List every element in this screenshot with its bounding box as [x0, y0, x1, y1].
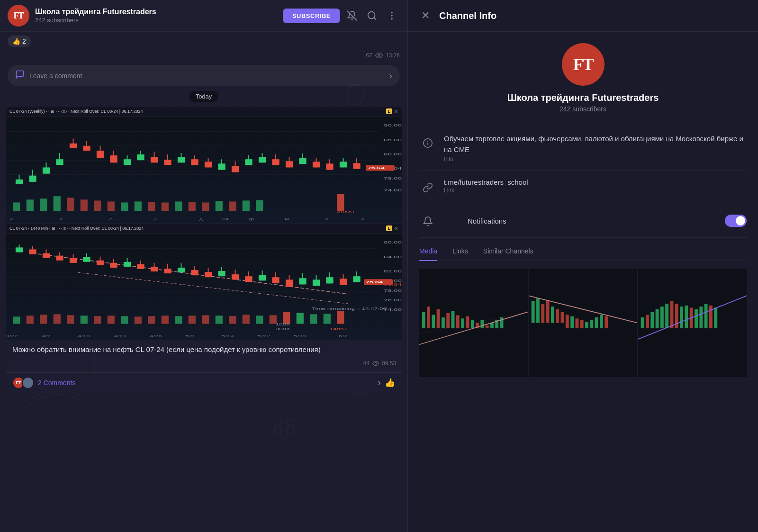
avatar-text-header: FT [13, 11, 23, 21]
media-grid [419, 269, 747, 377]
comment-bar[interactable]: Leave a comment › [8, 65, 400, 86]
tabs-row: Media Links Similar Channels [419, 242, 747, 261]
media-thumb-1[interactable] [419, 269, 528, 377]
svg-rect-66 [178, 157, 185, 162]
close-panel-button[interactable]: ✕ [419, 8, 432, 24]
svg-rect-97 [40, 198, 47, 211]
svg-rect-243 [442, 317, 445, 328]
channel-link[interactable]: t.me/futurestraders_school [444, 178, 747, 186]
tab-media[interactable]: Media [419, 242, 437, 261]
svg-rect-247 [461, 318, 464, 328]
chart-weekly[interactable]: CL 07-24 (Weekly) · · ⊞ · · ◁▷ · Next Ro… [6, 107, 402, 223]
svg-rect-80 [272, 159, 279, 165]
date-badge: Today [189, 91, 219, 102]
like-button[interactable]: 👍 [385, 378, 395, 388]
svg-rect-252 [486, 325, 489, 328]
media-thumb-3-chart [638, 269, 747, 377]
svg-text:с: с [60, 217, 63, 221]
svg-rect-202 [94, 316, 101, 324]
svg-rect-253 [490, 323, 494, 328]
search-button[interactable] [364, 8, 380, 24]
svg-rect-289 [714, 307, 717, 328]
svg-line-290 [638, 296, 747, 339]
svg-rect-144 [29, 249, 36, 254]
eye-icon2 [372, 360, 379, 367]
svg-rect-260 [546, 300, 550, 323]
svg-rect-263 [561, 312, 564, 323]
svg-rect-219 [324, 314, 331, 324]
svg-text:ф: ф [249, 217, 254, 221]
chart2-svg: 86.00 84.00 82.00 80.00 78.00 76.00 74.0… [6, 234, 402, 340]
svg-rect-257 [532, 301, 535, 323]
svg-rect-186 [313, 280, 320, 286]
view-count2: 44 [363, 360, 370, 367]
notifications-label: Notifications [468, 217, 725, 225]
media-thumb-1-chart [419, 269, 528, 377]
svg-rect-245 [451, 311, 455, 328]
svg-rect-264 [566, 315, 569, 328]
header-actions: SUBSCRIBE [283, 8, 400, 24]
svg-rect-197 [27, 316, 34, 324]
svg-rect-95 [13, 202, 20, 211]
chart1-close: ✕ [394, 109, 398, 114]
svg-rect-192 [353, 276, 360, 282]
tab-links[interactable]: Links [452, 242, 468, 261]
svg-rect-240 [427, 307, 430, 328]
svg-rect-262 [556, 309, 559, 323]
comments-footer[interactable]: FT 2 Comments › 👍 [6, 372, 402, 393]
svg-line-25 [374, 18, 376, 19]
subscribe-button[interactable]: SUBSCRIBE [283, 9, 340, 23]
message-time2: 09:53 [382, 360, 396, 367]
svg-rect-84 [299, 158, 306, 164]
chevron-right-icon2: › [378, 377, 381, 389]
svg-rect-248 [466, 316, 469, 328]
feed: 👍 2 67 13:26 Leave a comment › [0, 32, 407, 532]
svg-rect-109 [202, 202, 209, 211]
svg-text:86.00: 86.00 [384, 240, 402, 244]
svg-rect-160 [137, 264, 144, 269]
svg-rect-164 [164, 269, 171, 273]
svg-rect-288 [709, 306, 713, 328]
svg-rect-99 [67, 198, 74, 211]
chart2-label-l: L [386, 225, 393, 231]
svg-rect-246 [456, 315, 460, 328]
svg-rect-98 [54, 196, 61, 211]
header-info: Школа трейдинга Futurestraders 242 subsc… [35, 8, 277, 24]
svg-rect-103 [121, 202, 128, 211]
profile-section: FT Школа трейдинга Futurestraders 242 su… [419, 43, 747, 113]
media-thumb-3[interactable] [638, 269, 747, 377]
svg-rect-203 [108, 316, 115, 324]
svg-rect-266 [575, 318, 578, 328]
message-card: CL 07-24 (Weekly) · · ⊞ · · ◁▷ · Next Ro… [6, 107, 402, 393]
svg-rect-210 [202, 315, 209, 324]
profile-subscribers: 242 subscribers [559, 105, 606, 113]
svg-rect-64 [164, 160, 171, 165]
comments-left: FT 2 Comments [12, 377, 75, 389]
svg-rect-184 [299, 278, 306, 284]
svg-rect-156 [110, 263, 117, 268]
svg-rect-244 [446, 313, 450, 328]
svg-rect-198 [40, 315, 47, 324]
profile-name: Школа трейдинга Futurestraders [507, 92, 659, 103]
svg-rect-213 [243, 315, 250, 324]
info-row-link[interactable]: t.me/futurestraders_school Link [419, 171, 747, 204]
info-label: Info [444, 156, 747, 162]
bell-muted-button[interactable] [344, 8, 360, 24]
tab-similar-channels[interactable]: Similar Channels [483, 242, 533, 261]
svg-rect-70 [205, 162, 212, 167]
svg-rect-276 [650, 312, 654, 328]
more-button[interactable] [384, 8, 400, 24]
svg-rect-111 [229, 201, 236, 211]
svg-text:85.00: 85.00 [384, 137, 402, 142]
chart-daily[interactable]: CL 07-24 · 1440 Min · ⊞ · · ◁▷ · Next Ro… [6, 224, 402, 340]
notifications-toggle[interactable] [725, 215, 747, 227]
media-thumb-2[interactable] [529, 269, 637, 377]
svg-text:75.64: 75.64 [368, 166, 385, 170]
thumbs-up-button[interactable]: 👍 2 [8, 36, 31, 47]
svg-rect-217 [297, 313, 304, 324]
svg-rect-62 [151, 157, 158, 162]
svg-rect-96 [27, 199, 34, 211]
svg-text:76.00: 76.00 [384, 298, 402, 302]
svg-text:4/2: 4/2 [42, 334, 51, 338]
svg-text:-90%+: -90%+ [337, 210, 355, 214]
